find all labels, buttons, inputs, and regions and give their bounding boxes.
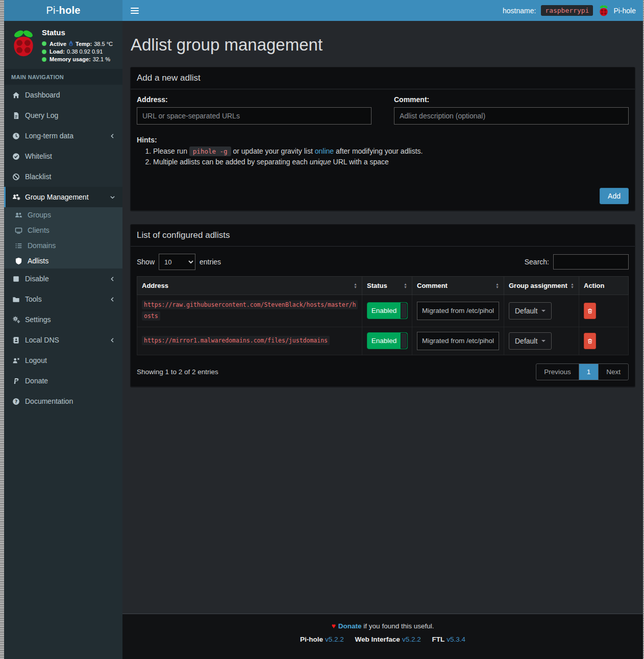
sidebar-item-adlists[interactable]: Adlists [4,253,122,269]
row-comment-input[interactable] [417,302,499,320]
hint1-post: after modifying your adlists. [334,147,423,155]
ftl-version-value[interactable]: v5.3.4 [447,636,465,643]
toggle-handle [401,333,407,349]
hints: Hints: Please run pihole -g or update yo… [137,136,629,166]
sidebar-item-label: Tools [25,295,42,303]
chevron-left-icon [110,337,115,343]
clock-icon [12,132,20,140]
status-line-load: Load: 0.38 0.92 0.91 [42,48,113,55]
pagination: Previous 1 Next [536,363,629,380]
pagination-page-1[interactable]: 1 [579,364,599,380]
sidebar-item-groups[interactable]: Groups [4,207,122,223]
column-header-group-assignment[interactable]: Group assignment ▲▼ [504,277,579,295]
web-interface-version-value[interactable]: v5.2.2 [402,636,421,643]
sidebar-item-label: Disable [25,275,49,283]
sidebar-item-group-management[interactable]: Group Management [4,187,122,207]
sidebar-item-dashboard[interactable]: Dashboard [4,85,122,105]
adlist-url: https://mirror1.malwaredomains.com/files… [142,336,330,345]
sidebar-item-whitelist[interactable]: Whitelist [4,146,122,166]
sidebar-item-long-term-data[interactable]: Long-term data [4,126,122,146]
memory-label: Memory usage: [49,56,91,62]
delete-button[interactable] [584,303,596,319]
user-x-icon [12,357,20,364]
hint1-mid: or update your gravity list [231,147,315,155]
sidebar-item-disable[interactable]: Disable [4,269,122,289]
memory-value: 32.1 % [93,56,110,62]
toggle-handle [401,303,407,319]
footer-donate-text: if you found this useful. [362,622,434,630]
column-header-comment[interactable]: Comment ▲▼ [412,277,504,295]
online-link[interactable]: online [315,147,334,155]
raspberry-icon [598,5,609,17]
add-adlist-card: Add a new adlist Address: Comment: Hints… [130,67,635,211]
brand-logo[interactable]: Pi-hole [4,0,122,21]
hints-title: Hints: [137,136,157,144]
footer-donate-link[interactable]: Donate [338,622,362,630]
sidebar-item-query-log[interactable]: Query Log [4,105,122,126]
paypal-icon [12,377,20,385]
delete-button[interactable] [584,333,596,349]
shield-icon [14,257,23,265]
content: Adlist group management Add a new adlist… [122,21,643,614]
web-interface-version-label: Web Interface [355,636,400,643]
row-comment-input[interactable] [417,332,499,350]
sidebar-item-domains[interactable]: Domains [4,238,122,253]
page-size-select[interactable]: 10 [159,254,195,270]
pihole-version-value[interactable]: v5.2.2 [325,636,344,643]
sort-icon[interactable]: ▲▼ [571,283,574,289]
navbar-brand[interactable]: Pi-hole [598,5,636,17]
sidebar-item-label: Logout [25,356,47,364]
address-input[interactable] [137,107,371,125]
search-label: Search: [525,258,549,266]
sidebar-item-local-dns[interactable]: Local DNS [4,330,122,350]
sidebar-item-settings[interactable]: Settings [4,309,122,330]
sidebar-item-clients[interactable]: Clients [4,223,122,238]
group-assignment-dropdown[interactable]: Default [509,302,552,320]
sidebar-item-blacklist[interactable]: Blacklist [4,166,122,187]
chevron-left-icon [110,276,115,282]
caret-down-icon [541,310,546,312]
sort-icon[interactable]: ▲▼ [496,283,499,289]
status-cell: Enabled [362,327,412,355]
search-input[interactable] [553,254,629,270]
group-cell: Default [504,295,579,327]
sidebar-item-tools[interactable]: Tools [4,289,122,309]
nav-section-header: MAIN NAVIGATION [4,69,122,85]
adlist-list-card-title: List of configured adlists [131,225,635,247]
column-header-address[interactable]: Address ▲▼ [137,277,362,295]
hostname-badge: raspberrypi [541,5,593,16]
sidebar-item-logout[interactable]: Logout [4,350,122,371]
page-title: Adlist group management [131,35,635,55]
sort-icon[interactable]: ▲▼ [354,283,357,289]
sort-icon[interactable]: ▲▼ [404,283,407,289]
page-size-control: Show 10 entries [137,254,221,270]
sidebar-item-label: Adlists [28,257,48,265]
navbar-app-label: Pi-hole [613,7,636,15]
add-button[interactable]: Add [600,188,629,204]
pagination-next[interactable]: Next [598,364,628,380]
entries-label: entries [200,258,221,266]
brand-bold: hole [59,5,81,16]
navbar-right: hostname: raspberrypi Pi-hole [503,5,643,17]
sidebar-item-donate[interactable]: Donate [4,371,122,391]
column-header-status[interactable]: Status ▲▼ [362,277,412,295]
hint-item-1: Please run pihole -g or update your grav… [153,147,629,155]
sidebar-nav: Dashboard Query Log Long-term data White… [4,85,122,411]
trash-icon [587,337,592,345]
status-toggle[interactable]: Enabled [367,302,408,319]
group-assignment-dropdown[interactable]: Default [509,332,552,350]
question-circle-icon [12,398,20,405]
pagination-previous[interactable]: Previous [536,364,579,380]
status-toggle[interactable]: Enabled [367,332,408,349]
status-cell: Enabled [362,295,412,327]
sidebar-item-label: Domains [28,241,56,250]
table-header-row: Address ▲▼ Status ▲▼ Comment ▲▼ [137,277,629,295]
hint2-post: URL with a space [331,158,389,166]
sidebar-item-documentation[interactable]: Documentation [4,391,122,411]
comment-input[interactable] [394,107,629,125]
sidebar-toggle-button[interactable] [122,0,147,21]
adlist-url: https://raw.githubusercontent.com/Steven… [142,300,358,321]
sidebar-item-label: Long-term data [25,132,73,140]
footer: ♥Donate if you found this useful. Pi-hol… [122,614,643,659]
sidebar-item-label: Donate [25,377,48,385]
